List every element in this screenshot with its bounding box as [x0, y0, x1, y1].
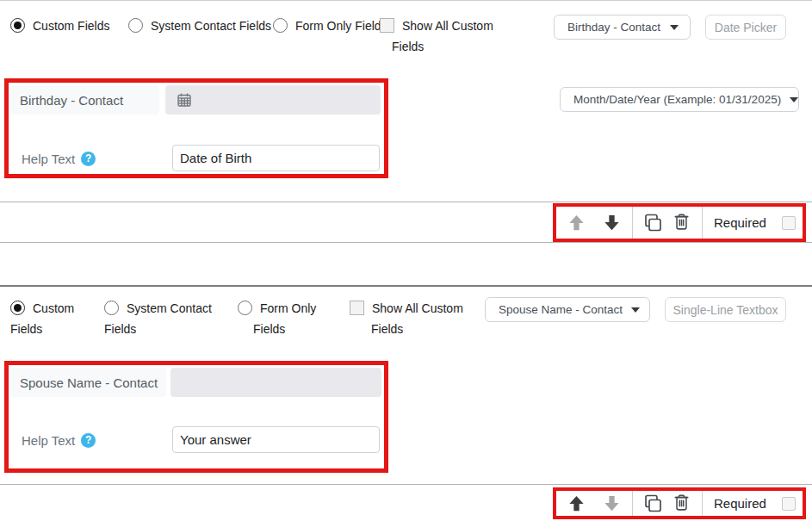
copy-icon — [642, 493, 663, 514]
arrow-down-icon — [602, 213, 622, 233]
chevron-down-icon — [670, 25, 679, 30]
trash-icon — [672, 493, 691, 513]
filter-group-custom-fields-1[interactable]: Custom Fields — [10, 18, 109, 40]
annotation-box-field-preview-1 — [4, 78, 388, 178]
duplicate-button[interactable] — [642, 493, 663, 514]
chevron-down-icon — [631, 307, 640, 313]
toolbar-separator — [632, 207, 633, 239]
radio-label: Form Only — [260, 301, 316, 315]
toolbar-separator — [702, 207, 703, 239]
divider — [0, 242, 812, 243]
radio-system-contact-fields[interactable] — [104, 301, 119, 315]
radio-form-only-fields[interactable] — [273, 18, 288, 33]
field-select[interactable]: Spouse Name - Contact — [485, 297, 650, 322]
chevron-down-icon — [790, 97, 798, 102]
section-divider — [0, 285, 812, 287]
annotation-box-toolbar-1: Required — [553, 203, 806, 242]
filter-group-show-all-2[interactable]: Show All Custom Fields — [350, 301, 463, 336]
show-all-custom-checkbox[interactable] — [380, 18, 394, 33]
form-builder-canvas: Custom Fields System Contact Fields Form… — [0, 0, 812, 521]
radio-custom-fields[interactable] — [10, 18, 25, 33]
required-checkbox[interactable] — [782, 216, 796, 230]
field-type-button[interactable]: Date Picker — [705, 15, 786, 40]
toolbar-separator — [702, 491, 703, 516]
move-up-button[interactable] — [567, 213, 586, 233]
show-all-custom-checkbox[interactable] — [350, 301, 364, 315]
filter-group-custom-fields-2[interactable]: Custom Fields — [10, 301, 74, 336]
duplicate-button[interactable] — [642, 213, 663, 233]
divider — [0, 202, 812, 202]
radio-label: System Contact — [127, 301, 212, 315]
filter-group-form-only-2[interactable]: Form Only Fields — [238, 301, 316, 336]
copy-icon — [642, 213, 663, 233]
required-label: Required — [714, 496, 766, 511]
date-format-select[interactable]: Month/Date/Year (Example: 01/31/2025) — [560, 87, 799, 112]
radio-label: System Contact Fields — [151, 19, 271, 33]
move-down-button[interactable] — [602, 213, 622, 233]
arrow-down-icon — [602, 493, 622, 513]
radio-system-contact-fields[interactable] — [128, 18, 143, 33]
radio-label: Form Only Fields — [295, 19, 387, 33]
filter-group-show-all-1[interactable]: Show All Custom Fields — [380, 18, 493, 53]
delete-button[interactable] — [672, 213, 691, 233]
field-type-button[interactable]: Single-Line Textbox — [665, 297, 786, 322]
delete-button[interactable] — [672, 493, 691, 513]
annotation-box-toolbar-2: Required — [553, 487, 806, 519]
required-checkbox[interactable] — [782, 497, 796, 511]
annotation-box-field-preview-2 — [4, 361, 388, 473]
trash-icon — [672, 213, 691, 233]
arrow-up-icon — [567, 493, 586, 513]
toolbar-separator — [632, 491, 633, 516]
move-up-button[interactable] — [567, 493, 586, 513]
required-label: Required — [714, 215, 766, 230]
arrow-up-icon — [567, 213, 586, 233]
radio-form-only-fields[interactable] — [238, 301, 252, 315]
divider — [0, 484, 812, 485]
filter-group-form-only-1[interactable]: Form Only Fields — [273, 18, 387, 40]
move-down-button[interactable] — [602, 493, 622, 513]
checkbox-label: Show All Custom — [402, 19, 493, 33]
field-select[interactable]: Birthday - Contact — [554, 15, 691, 40]
radio-label: Custom Fields — [33, 19, 109, 33]
checkbox-label: Show All Custom — [372, 301, 463, 315]
filter-group-system-contact-2[interactable]: System Contact Fields — [104, 301, 212, 336]
radio-custom-fields[interactable] — [10, 301, 25, 315]
filter-group-system-contact-1[interactable]: System Contact Fields — [128, 18, 271, 40]
radio-label: Custom — [33, 301, 74, 315]
